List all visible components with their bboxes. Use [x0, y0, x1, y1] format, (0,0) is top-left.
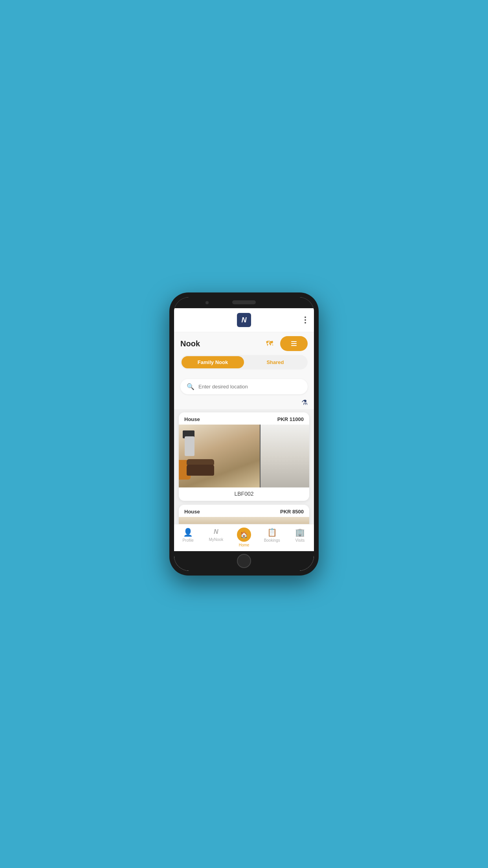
- search-bar: 🔍: [180, 379, 308, 394]
- phone-screen: N Nook 🗺: [174, 297, 314, 571]
- phone-notch: [174, 297, 314, 308]
- listing-header: House PKR 8500: [179, 505, 309, 517]
- app-header: N: [174, 308, 314, 332]
- listings-container: House PKR 11000: [174, 409, 314, 524]
- home-icon-circle: 🏠: [237, 528, 251, 542]
- tab-family-nook[interactable]: Family Nook: [182, 356, 244, 368]
- listing-price: PKR 11000: [277, 416, 304, 422]
- nav-label-profile: Profile: [182, 538, 193, 542]
- phone-home-button[interactable]: [237, 554, 251, 568]
- room-right: [260, 425, 309, 487]
- search-area: 🔍: [174, 376, 314, 396]
- listing-type: House: [184, 509, 200, 515]
- filter-bar: ⚗: [174, 396, 314, 409]
- app-container: N Nook 🗺: [174, 308, 314, 551]
- listing-code: LBF002: [179, 487, 309, 501]
- view-toggle: 🗺: [262, 336, 308, 351]
- camera: [205, 301, 209, 304]
- phone-bottom-bar: [174, 551, 314, 571]
- home-icon: 🏠: [240, 531, 248, 539]
- sofa: [187, 464, 214, 476]
- nav-item-home[interactable]: 🏠 Home: [230, 527, 258, 548]
- nav-item-bookings[interactable]: 📋 Bookings: [258, 527, 286, 548]
- room-left: [179, 425, 260, 487]
- nav-item-mynook[interactable]: N MyNook: [202, 527, 230, 548]
- filter-icon[interactable]: ⚗: [301, 398, 308, 407]
- bookings-icon: 📋: [267, 528, 277, 537]
- visits-icon: 🏢: [295, 528, 305, 537]
- search-icon: 🔍: [187, 383, 194, 390]
- listing-image: [179, 425, 309, 487]
- title-row: Nook 🗺: [180, 336, 308, 351]
- nav-label-bookings: Bookings: [264, 538, 280, 542]
- listing-image-partial: [179, 517, 309, 524]
- listing-header: House PKR 11000: [179, 412, 309, 425]
- tab-shared[interactable]: Shared: [244, 356, 306, 368]
- listing-type: House: [184, 416, 200, 422]
- nav-label-mynook: MyNook: [209, 537, 223, 542]
- dot-1: [305, 316, 306, 318]
- dot-2: [305, 319, 306, 321]
- dot-3: [305, 322, 306, 324]
- list-view-button[interactable]: [280, 336, 308, 351]
- fridge: [185, 436, 194, 456]
- room-view: [179, 425, 309, 487]
- nav-item-visits[interactable]: 🏢 Visits: [286, 527, 314, 548]
- sub-header: Nook 🗺: [174, 332, 314, 376]
- map-icon: 🗺: [266, 340, 273, 348]
- map-view-button[interactable]: 🗺: [262, 336, 277, 351]
- more-options-button[interactable]: [303, 315, 308, 325]
- list-icon: [291, 341, 297, 346]
- nav-item-profile[interactable]: 👤 Profile: [174, 527, 202, 548]
- mynook-icon: N: [212, 528, 220, 536]
- profile-icon: 👤: [183, 528, 193, 537]
- listing-price: PKR 8500: [280, 509, 304, 515]
- page-title: Nook: [180, 339, 200, 348]
- phone-frame: N Nook 🗺: [169, 292, 319, 576]
- app-logo: N: [237, 313, 251, 327]
- bottom-navigation: 👤 Profile N MyNook 🏠 Home 📋: [174, 524, 314, 551]
- listing-card[interactable]: House PKR 8500: [179, 505, 309, 524]
- search-input[interactable]: [198, 384, 301, 390]
- category-tabs: Family Nook Shared: [180, 355, 308, 370]
- nav-label-visits: Visits: [295, 538, 305, 542]
- listing-card[interactable]: House PKR 11000: [179, 412, 309, 501]
- nav-label-home: Home: [239, 543, 250, 547]
